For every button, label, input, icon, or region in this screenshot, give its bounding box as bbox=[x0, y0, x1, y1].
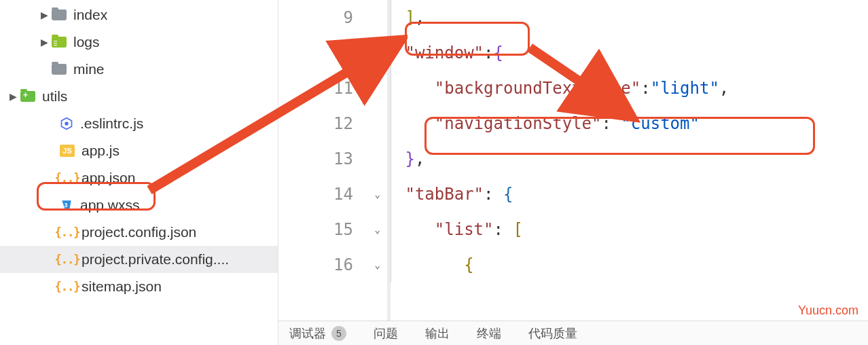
code-line[interactable]: "navigationStyle": "custom" bbox=[391, 106, 868, 141]
tree-item-label: mine bbox=[73, 61, 278, 77]
panel-tab-调试器[interactable]: 调试器5 bbox=[289, 325, 346, 342]
code-line[interactable]: }, bbox=[391, 141, 868, 177]
line-number[interactable]: 11 bbox=[278, 71, 387, 106]
tree-item-label: .eslintrc.js bbox=[80, 115, 278, 132]
watermark: Yuucn.com bbox=[798, 304, 858, 318]
caret-icon: ▶ bbox=[39, 37, 49, 48]
tree-item-utils[interactable]: ▶utils bbox=[0, 83, 278, 110]
tree-item-project-config-json[interactable]: ▶{..}project.config.json bbox=[0, 219, 278, 246]
panel-tab-终端[interactable]: 终端 bbox=[477, 325, 501, 342]
tree-item-app-wxss[interactable]: ▶3app.wxss bbox=[0, 192, 278, 219]
fold-icon[interactable]: ⌄ bbox=[375, 224, 380, 235]
tab-label: 代码质量 bbox=[528, 325, 577, 342]
tree-item-label: project.config.json bbox=[82, 224, 278, 240]
svg-point-1 bbox=[65, 122, 68, 125]
tree-item-sitemap-json[interactable]: ▶{..}sitemap.json bbox=[0, 273, 278, 300]
tab-label: 调试器 bbox=[289, 325, 326, 342]
fold-icon[interactable]: ⌄ bbox=[375, 189, 380, 200]
tree-item-label: app.wxss bbox=[80, 197, 278, 213]
panel-tab-代码质量[interactable]: 代码质量 bbox=[528, 325, 577, 342]
caret-icon: ▶ bbox=[8, 91, 18, 102]
code-line[interactable]: "tabBar": { bbox=[391, 177, 868, 212]
code-line[interactable]: "backgroundTextStyle":"light", bbox=[391, 71, 868, 106]
bottom-panel-tabs: 调试器5问题输出终端代码质量 bbox=[278, 321, 868, 345]
tree-item-label: logs bbox=[73, 34, 278, 50]
line-number[interactable]: 9 bbox=[278, 0, 387, 35]
tree-item-app-js[interactable]: ▶JSapp.js bbox=[0, 137, 278, 164]
tree-item-label: project.private.config.... bbox=[82, 251, 278, 268]
tree-item-label: app.json bbox=[82, 170, 278, 186]
code-line[interactable]: "window":{ bbox=[391, 35, 868, 71]
tree-item-label: index bbox=[73, 7, 278, 23]
line-number[interactable]: 12 bbox=[278, 106, 387, 141]
code-line[interactable]: "list": [ bbox=[391, 212, 868, 247]
tree-item--eslintrc-js[interactable]: ▶.eslintrc.js bbox=[0, 110, 278, 137]
tab-label: 终端 bbox=[477, 325, 501, 342]
file-tree: ▶index▶logs▶mine▶utils▶.eslintrc.js▶JSap… bbox=[0, 0, 278, 345]
fold-icon[interactable]: ⌄ bbox=[375, 48, 380, 58]
svg-text:3: 3 bbox=[65, 202, 68, 208]
code-content[interactable]: ], "window":{ "backgroundTextStyle":"lig… bbox=[391, 0, 868, 321]
panel-tab-问题[interactable]: 问题 bbox=[374, 325, 398, 342]
tree-item-project-private-config-[interactable]: ▶{..}project.private.config.... bbox=[0, 246, 278, 273]
tree-item-app-json[interactable]: ▶{..}app.json bbox=[0, 164, 278, 192]
fold-icon[interactable]: ⌄ bbox=[375, 259, 380, 270]
line-number[interactable]: 14⌄ bbox=[278, 177, 387, 212]
tree-item-mine[interactable]: ▶mine bbox=[0, 56, 278, 83]
caret-icon: ▶ bbox=[39, 10, 49, 20]
tab-label: 问题 bbox=[374, 325, 398, 342]
tree-item-index[interactable]: ▶index bbox=[0, 1, 278, 29]
line-number[interactable]: 16⌄ bbox=[278, 247, 387, 283]
tab-label: 输出 bbox=[425, 325, 450, 342]
line-number[interactable]: 13 bbox=[278, 141, 387, 177]
tree-item-label: sitemap.json bbox=[82, 278, 278, 295]
panel-tab-输出[interactable]: 输出 bbox=[425, 325, 450, 342]
line-number[interactable]: 10⌄ bbox=[278, 35, 387, 71]
tab-badge: 5 bbox=[331, 326, 346, 341]
tree-item-label: utils bbox=[42, 88, 278, 105]
line-number[interactable]: 15⌄ bbox=[278, 212, 387, 247]
tree-item-label: app.js bbox=[82, 143, 278, 159]
line-gutter: 910⌄11121314⌄15⌄16⌄ bbox=[278, 0, 391, 321]
code-line[interactable]: { bbox=[391, 247, 868, 283]
code-line[interactable]: ], bbox=[391, 0, 868, 35]
tree-item-logs[interactable]: ▶logs bbox=[0, 29, 278, 56]
code-editor: 910⌄11121314⌄15⌄16⌄ ], "window":{ "backg… bbox=[278, 0, 868, 345]
